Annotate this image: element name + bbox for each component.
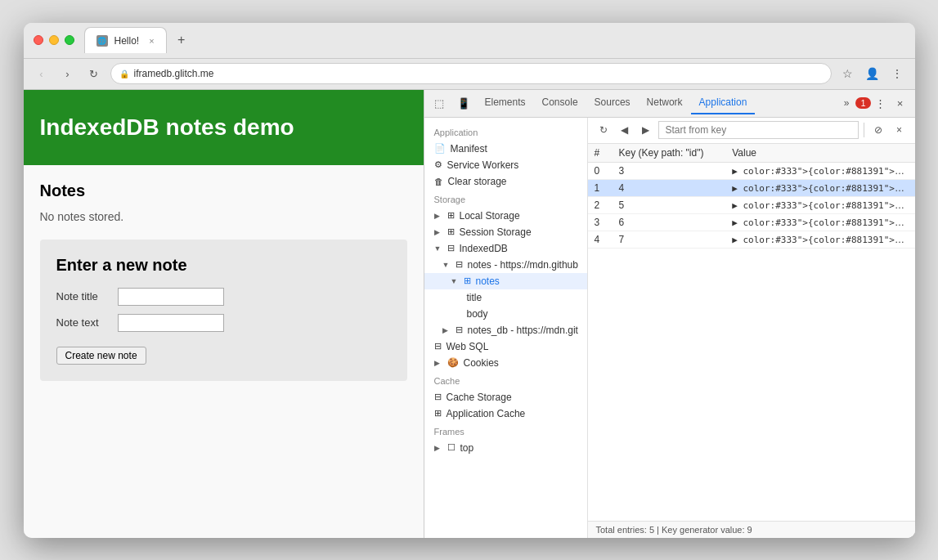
notes-db2-icon: ⊟ — [456, 325, 463, 335]
application-cache-label: Application Cache — [447, 408, 526, 419]
inspect-element-button[interactable]: ⬚ — [429, 93, 449, 113]
next-button[interactable]: ▶ — [637, 121, 655, 139]
table-row[interactable]: 14▶ color:#333">{color:#881391">title: "… — [588, 179, 915, 196]
top-label: top — [460, 442, 474, 454]
sidebar-item-service-workers[interactable]: ⚙ Service Workers — [424, 157, 587, 173]
manifest-label: Manifest — [451, 143, 487, 155]
prev-button[interactable]: ◀ — [616, 121, 634, 139]
refresh-button[interactable]: ↻ — [84, 64, 104, 83]
sidebar-item-manifest[interactable]: 📄 Manifest — [424, 141, 587, 157]
clear-storage-label: Clear storage — [448, 176, 507, 187]
sidebar-item-notes-db[interactable]: ▼ ⊟ notes - https://mdn.github — [424, 257, 587, 273]
sidebar-item-indexeddb[interactable]: ▼ ⊟ IndexedDB — [424, 240, 587, 257]
tab-console[interactable]: Console — [534, 92, 586, 114]
browser-window: 🌐 Hello! × + ‹ › ↻ 🔒 iframedb.glitch.me … — [24, 23, 915, 538]
devtools-main-panel: ↻ ◀ ▶ ⊘ × # — [588, 118, 915, 538]
notes-db-label: notes - https://mdn.github — [468, 259, 578, 271]
notes-db-icon: ⊟ — [456, 259, 463, 270]
sidebar-item-session-storage[interactable]: ▶ ⊞ Session Storage — [424, 224, 587, 240]
data-table: # Key (Key path: "id") Value 03▶ color:#… — [588, 144, 915, 249]
url-text: iframedb.glitch.me — [134, 68, 214, 79]
service-workers-label: Service Workers — [447, 159, 519, 171]
start-from-key-input[interactable] — [658, 121, 859, 139]
sidebar-item-body[interactable]: body — [424, 306, 587, 322]
notes-db2-arrow: ▶ — [442, 326, 451, 334]
forward-button[interactable]: › — [58, 64, 78, 83]
table-row[interactable]: 25▶ color:#333">{color:#881391">title: "… — [588, 196, 915, 213]
delete-entry-button[interactable]: ⊘ — [869, 121, 887, 139]
clear-table-button[interactable]: × — [891, 121, 909, 139]
sidebar-item-local-storage[interactable]: ▶ ⊞ Local Storage — [424, 208, 587, 224]
clear-storage-icon: 🗑 — [434, 177, 443, 186]
sidebar-item-web-sql[interactable]: ⊟ Web SQL — [424, 338, 587, 355]
tab-favicon: 🌐 — [96, 35, 108, 47]
cache-section-label: Cache — [424, 371, 587, 389]
sidebar-item-cache-storage[interactable]: ⊟ Cache Storage — [424, 389, 587, 405]
notes-store-icon: ⊞ — [464, 276, 471, 286]
tab-title: Hello! — [114, 35, 140, 47]
indexeddb-arrow: ▼ — [434, 244, 442, 253]
refresh-data-button[interactable]: ↻ — [595, 121, 613, 139]
col-header-key[interactable]: Key (Key path: "id") — [613, 144, 726, 163]
page-header: IndexedDB notes demo — [24, 90, 424, 165]
sidebar-item-top[interactable]: ▶ ☐ top — [424, 440, 587, 456]
more-tabs-button[interactable]: » — [837, 94, 856, 112]
device-toolbar-button[interactable]: 📱 — [454, 93, 473, 113]
new-note-section: Enter a new note Note title Note text Cr… — [40, 240, 407, 381]
url-bar[interactable]: 🔒 iframedb.glitch.me — [110, 63, 832, 84]
back-button[interactable]: ‹ — [32, 64, 52, 83]
cookies-icon: 🍪 — [447, 357, 459, 368]
tab-bar: 🌐 Hello! × + — [84, 27, 905, 53]
devtools-tab-bar: ⬚ 📱 Elements Console Sources Network App… — [424, 90, 915, 118]
devtools-more-button[interactable]: ⋮ — [871, 93, 891, 113]
service-workers-icon: ⚙ — [434, 159, 442, 170]
minimize-window-button[interactable] — [49, 35, 59, 45]
devtools-toolbar-left: ⬚ 📱 — [429, 93, 473, 113]
session-storage-arrow: ▶ — [434, 228, 442, 236]
sidebar-item-title[interactable]: title — [424, 289, 587, 306]
note-title-input[interactable] — [118, 288, 224, 306]
local-storage-icon: ⊞ — [447, 210, 455, 221]
devtools-close-button[interactable]: × — [891, 93, 910, 113]
manifest-icon: 📄 — [434, 143, 446, 154]
sidebar-item-application-cache[interactable]: ⊞ Application Cache — [424, 405, 587, 422]
col-header-value[interactable]: Value — [725, 144, 914, 163]
menu-button[interactable]: ⋮ — [887, 64, 907, 83]
traffic-lights — [34, 35, 74, 45]
top-icon: ☐ — [447, 442, 456, 453]
create-note-button[interactable]: Create new note — [56, 347, 146, 365]
body-field-label: body — [467, 308, 488, 320]
tab-network[interactable]: Network — [639, 92, 691, 114]
sidebar-item-notes-db2[interactable]: ▶ ⊟ notes_db - https://mdn.git — [424, 322, 587, 338]
sidebar-item-cookies[interactable]: ▶ 🍪 Cookies — [424, 355, 587, 371]
tab-close-button[interactable]: × — [149, 36, 154, 46]
sidebar-item-clear-storage[interactable]: 🗑 Clear storage — [424, 173, 587, 190]
notes-store-arrow: ▼ — [451, 277, 459, 285]
tab-sources[interactable]: Sources — [586, 92, 639, 114]
no-notes-text: No notes stored. — [40, 210, 407, 223]
account-button[interactable]: 👤 — [863, 64, 882, 83]
title-field-label: title — [467, 292, 482, 303]
sidebar-item-notes-store[interactable]: ▼ ⊞ notes — [424, 273, 587, 289]
row-value: ▶ color:#333">{color:#881391">title: "UC… — [725, 213, 914, 231]
table-row[interactable]: 47▶ color:#333">{color:#881391">title: "… — [588, 231, 915, 248]
page-main-title: IndexedDB notes demo — [40, 114, 407, 141]
row-number: 3 — [588, 213, 613, 231]
table-row[interactable]: 36▶ color:#333">{color:#881391">title: "… — [588, 213, 915, 231]
table-row[interactable]: 03▶ color:#333">{color:#881391">title: "… — [588, 162, 915, 179]
row-value: ▶ color:#333">{color:#881391">title: "Fi… — [725, 196, 914, 213]
new-tab-button[interactable]: + — [170, 29, 193, 52]
bookmark-button[interactable]: ☆ — [838, 64, 858, 83]
top-arrow: ▶ — [434, 444, 442, 452]
cache-storage-label: Cache Storage — [447, 392, 512, 403]
note-text-input[interactable] — [118, 314, 224, 332]
tab-elements[interactable]: Elements — [477, 92, 534, 114]
close-window-button[interactable] — [34, 35, 43, 45]
active-tab[interactable]: 🌐 Hello! × — [84, 27, 167, 53]
cookies-arrow: ▶ — [434, 359, 442, 367]
tab-application[interactable]: Application — [691, 92, 756, 114]
row-key: 7 — [613, 231, 726, 248]
toolbar-separator — [864, 123, 864, 137]
notes-db2-label: notes_db - https://mdn.git — [468, 325, 578, 336]
maximize-window-button[interactable] — [65, 35, 74, 45]
